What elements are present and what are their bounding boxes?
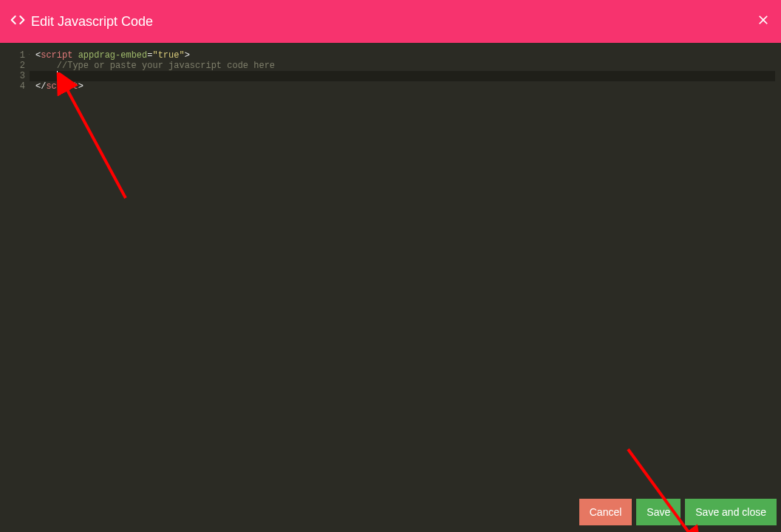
modal-title: Edit Javascript Code	[31, 14, 153, 30]
code-icon	[10, 13, 25, 30]
line-number: 4	[6, 81, 25, 92]
modal-footer: Cancel Save Save and close	[0, 497, 781, 532]
line-number: 2	[6, 61, 25, 71]
line-number: 3	[6, 71, 25, 81]
code-content[interactable]: <script appdrag-embed="true"> //Type or …	[30, 49, 775, 497]
code-line[interactable]: //Type or paste your javascript code her…	[30, 61, 775, 71]
save-and-close-button[interactable]: Save and close	[685, 499, 777, 525]
code-line[interactable]: <script appdrag-embed="true">	[30, 50, 775, 61]
close-icon[interactable]	[756, 13, 771, 30]
cancel-button[interactable]: Cancel	[579, 499, 632, 525]
editor-area: 1▾ 2 3 4 <script appdrag-embed="true"> /…	[0, 43, 781, 497]
code-editor[interactable]: 1▾ 2 3 4 <script appdrag-embed="true"> /…	[6, 49, 775, 497]
line-number: 1▾	[6, 50, 25, 61]
modal-header: Edit Javascript Code	[0, 0, 781, 43]
save-button[interactable]: Save	[636, 499, 681, 525]
header-left: Edit Javascript Code	[10, 13, 153, 30]
line-gutter: 1▾ 2 3 4	[6, 49, 30, 497]
active-line-highlight	[30, 71, 775, 81]
code-line[interactable]: </script>	[30, 81, 775, 92]
edit-javascript-modal: Edit Javascript Code 1▾ 2 3 4 <script ap…	[0, 0, 781, 532]
text-cursor	[57, 71, 58, 80]
